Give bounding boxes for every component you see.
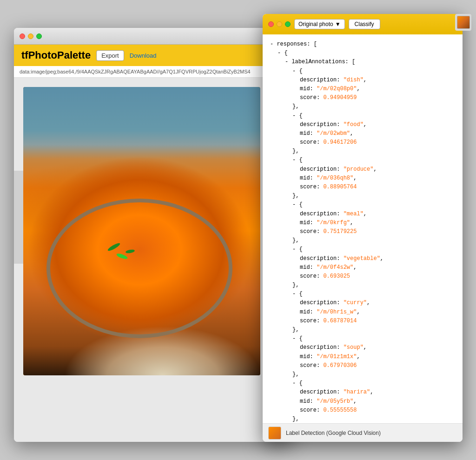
thumbnail-panel: [455, 14, 471, 31]
url-bar: data:image/jpeg;base64,/9/4AAQSkZJRgABAQ…: [14, 66, 293, 78]
json-minimize-button[interactable]: [277, 21, 282, 27]
classify-button[interactable]: Classify: [349, 19, 380, 29]
json-maximize-button[interactable]: [285, 21, 291, 27]
export-button[interactable]: Export: [96, 50, 124, 61]
json-content[interactable]: - responses: [ - { - labelAnnotations: […: [263, 34, 463, 423]
photo-select-label: Original photo: [298, 21, 333, 27]
status-label: Label Detection (Google Cloud Vision): [286, 430, 381, 436]
close-button[interactable]: [20, 33, 25, 39]
json-window: Original photo ▼ Classify - responses: […: [263, 14, 463, 442]
main-traffic-lights: [20, 33, 42, 39]
thumb-image[interactable]: [457, 16, 470, 29]
maximize-button[interactable]: [36, 33, 42, 39]
json-titlebar: Original photo ▼ Classify: [263, 14, 463, 34]
food-image: [23, 87, 260, 375]
status-thumbnail: [268, 427, 281, 440]
bowl-rim: [46, 199, 232, 338]
download-link[interactable]: Download: [130, 52, 157, 59]
app-header: tfPhotoPalette Export Download: [14, 45, 293, 66]
photo-select-dropdown[interactable]: Original photo ▼: [294, 19, 345, 29]
status-bar: Label Detection (Google Cloud Vision): [263, 423, 463, 442]
app-title: tfPhotoPalette: [21, 49, 91, 61]
json-traffic-lights: [268, 21, 291, 27]
main-titlebar: [14, 28, 293, 45]
minimize-button[interactable]: [28, 33, 33, 39]
main-content: [14, 78, 293, 442]
dropdown-arrow-icon: ▼: [335, 21, 341, 27]
json-close-button[interactable]: [268, 21, 274, 27]
main-window: tfPhotoPalette Export Download data:imag…: [14, 28, 293, 442]
